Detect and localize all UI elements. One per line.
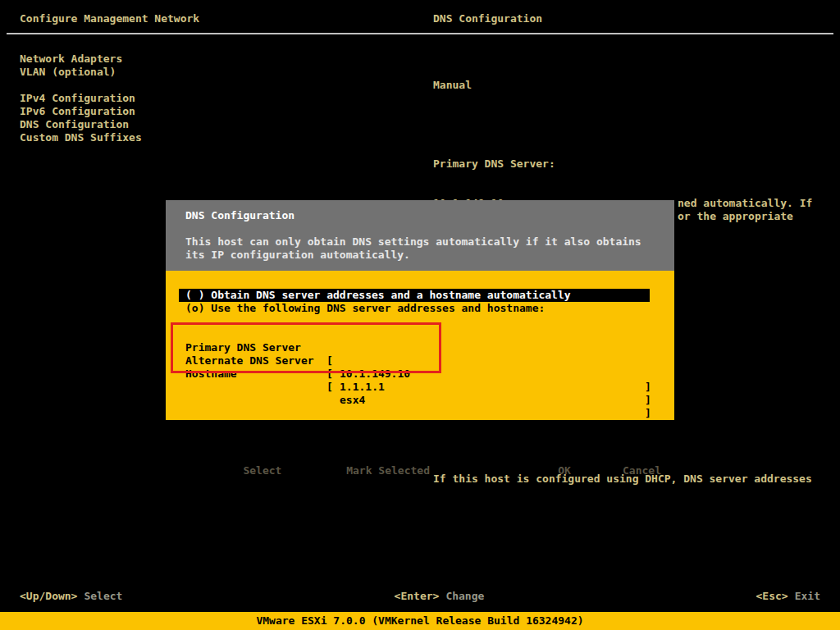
- bracket-close: ]: [645, 394, 651, 407]
- enter-key: <Enter>: [395, 590, 440, 602]
- status-bar: VMware ESXi 7.0.0 (VMKernel Release Buil…: [0, 612, 840, 630]
- footer-key-hints: <Up/Down>Select <Enter>Change <Esc>Exit: [20, 590, 820, 603]
- enter-key: <Enter>: [506, 464, 551, 477]
- bracket-close: ]: [645, 381, 651, 394]
- dialog-title: DNS Configuration: [185, 209, 655, 222]
- config-menu: Network Adapters VLAN (optional) IPv4 Co…: [20, 52, 142, 144]
- menu-item-ipv6-configuration[interactable]: IPv6 Configuration: [20, 105, 142, 118]
- dialog-description: its IP configuration automatically.: [185, 249, 655, 262]
- dialog-hints-right: <Enter>OK<Esc>Cancel: [506, 464, 661, 477]
- hostname-input[interactable]: esx4: [340, 394, 365, 407]
- primary-dns-label: Primary DNS Server:: [433, 158, 812, 171]
- bracket-open: [: [326, 381, 333, 394]
- esc-key: <Esc>: [584, 464, 616, 477]
- screen-title: Configure Management Network: [20, 12, 199, 25]
- hint-esc: <Esc>Exit: [756, 590, 820, 603]
- space-key: <Space>: [294, 464, 340, 477]
- info-text-fragment: or the appropriate: [678, 210, 793, 223]
- ok-action: OK: [558, 464, 571, 477]
- menu-item-vlan[interactable]: VLAN (optional): [20, 66, 142, 79]
- menu-item-custom-dns-suffixes[interactable]: Custom DNS Suffixes: [20, 131, 142, 144]
- info-text-fragment: ned automatically. If: [678, 197, 812, 210]
- dns-mode: Manual: [433, 79, 812, 92]
- dialog-header: DNS Configuration This host can only obt…: [166, 200, 674, 271]
- enter-action: Change: [445, 590, 484, 602]
- updown-key: <Up/Down>: [20, 590, 77, 602]
- header-divider: [7, 33, 833, 34]
- menu-item-ipv4-configuration[interactable]: IPv4 Configuration: [20, 92, 142, 105]
- cancel-action: Cancel: [623, 464, 661, 477]
- dns-configuration-dialog: DNS Configuration This host can only obt…: [166, 200, 674, 420]
- dialog-hints-left: <Up/Down>Select<Space>Mark Selected: [179, 464, 430, 477]
- menu-item-network-adapters[interactable]: Network Adapters: [20, 52, 142, 66]
- updown-action: Select: [84, 590, 122, 602]
- esc-action: Exit: [795, 590, 820, 602]
- hint-updown: <Up/Down>Select: [20, 590, 122, 603]
- dialog-description: This host can only obtain DNS settings a…: [185, 235, 655, 249]
- radio-obtain-dns-automatically[interactable]: ( ) Obtain DNS server addresses and a ho…: [179, 289, 650, 302]
- menu-item-dns-configuration[interactable]: DNS Configuration: [20, 118, 142, 131]
- space-action: Mark Selected: [346, 464, 430, 477]
- bracket-close: ]: [645, 407, 651, 420]
- hint-enter: <Enter>Change: [395, 590, 485, 603]
- updown-action: Select: [243, 464, 281, 477]
- annotation-highlight-box: [171, 322, 441, 373]
- radio-use-following-dns[interactable]: (o) Use the following DNS server address…: [185, 302, 545, 315]
- dcui-screen: Configure Management Network DNS Configu…: [0, 0, 840, 630]
- dialog-key-hints: <Up/Down>Select<Space>Mark Selected <Ent…: [179, 464, 661, 477]
- updown-key: <Up/Down>: [179, 464, 236, 477]
- alternate-dns-input[interactable]: 1.1.1.1: [340, 381, 385, 394]
- esc-key: <Esc>: [756, 590, 788, 602]
- section-title: DNS Configuration: [433, 12, 542, 25]
